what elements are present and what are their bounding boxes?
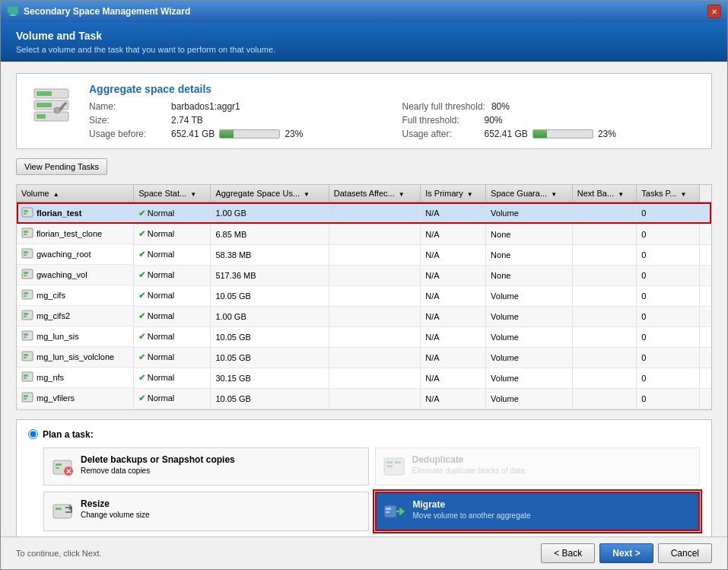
cell-3: Volume	[486, 388, 573, 409]
cell-0: 517.36 MB	[211, 265, 329, 285]
cell-4	[572, 306, 636, 326]
usage-after-bar	[532, 129, 593, 139]
cell-3: None	[486, 244, 573, 265]
volume-name: mg_vfilers	[37, 393, 75, 403]
app-icon	[7, 5, 19, 18]
task-title-resize: Resize	[81, 498, 150, 509]
status-check-icon: ✔	[138, 332, 148, 341]
cell-4	[572, 265, 636, 285]
svg-rect-18	[24, 254, 27, 256]
cell-2: N/A	[421, 368, 486, 388]
svg-rect-30	[24, 336, 27, 338]
next-button[interactable]: Next >	[599, 543, 653, 563]
page-subtitle: Select a volume and the task that you wa…	[16, 45, 712, 54]
name-row: Name: barbados1:aggr1	[89, 101, 387, 112]
cell-volume-name: mg_cifs2	[17, 306, 134, 326]
table-body: florian_test✔ Normal1.00 GBN/AVolume0flo…	[17, 202, 711, 409]
task-grid: ✕Delete backups or Snapshot copiesRemove…	[43, 447, 700, 531]
table-row[interactable]: gwaching_vol✔ Normal517.36 MBN/ANone0	[17, 265, 711, 285]
scroll-placeholder	[699, 185, 711, 202]
table-row[interactable]: mg_nfs✔ Normal30.15 GBN/AVolume0	[17, 368, 711, 388]
col-header-datasets[interactable]: Datasets Affec... ▼	[329, 185, 420, 202]
task-option-migrate[interactable]: MigrateMove volume to another aggregate	[375, 492, 701, 531]
cell-1	[329, 326, 420, 347]
plan-task-label: Plan a task:	[43, 429, 94, 440]
task-icon-delete_backups: ✕	[50, 454, 75, 479]
name-value: barbados1:aggr1	[171, 101, 240, 112]
col-header-primary[interactable]: Is Primary ▼	[421, 185, 486, 202]
svg-rect-42	[56, 467, 59, 469]
cancel-button[interactable]: Cancel	[658, 543, 712, 563]
col-header-next-ba[interactable]: Next Ba... ▼	[572, 185, 636, 202]
usage-after-row: Usage after: 652.41 GB 23%	[402, 129, 701, 139]
cell-1	[329, 265, 420, 285]
col-header-space-stat[interactable]: Space Stat... ▼	[134, 185, 211, 202]
cell-3: Volume	[486, 368, 573, 388]
size-label: Size:	[89, 115, 165, 126]
task-subtitle-resize: Change volume size	[81, 511, 150, 519]
svg-rect-12	[24, 213, 27, 215]
cell-2: N/A	[421, 265, 486, 285]
task-option-deduplicate[interactable]: DeduplicateEliminate duplicate blocks of…	[375, 447, 701, 486]
svg-text:✕: ✕	[65, 467, 72, 476]
full-threshold-label: Full threshold:	[402, 115, 478, 126]
volume-icon	[21, 350, 33, 364]
table-row[interactable]: gwaching_root✔ Normal58.38 MBN/ANone0	[17, 244, 711, 265]
volume-name: mg_cifs2	[37, 311, 70, 320]
cell-2: N/A	[421, 306, 486, 326]
volume-name: mg_lun_sis	[37, 332, 79, 341]
table-row[interactable]: florian_test_clone✔ Normal6.85 MBN/ANone…	[17, 224, 711, 244]
cell-2: N/A	[421, 347, 486, 368]
svg-rect-36	[24, 377, 27, 379]
svg-rect-17	[24, 251, 28, 253]
cell-1	[329, 306, 420, 326]
scroll-cell	[699, 388, 711, 409]
cell-status: ✔ Normal	[134, 202, 211, 224]
cell-volume-name: florian_test	[17, 203, 134, 224]
view-pending-button[interactable]: View Pending Tasks	[16, 158, 107, 175]
task-option-delete_backups[interactable]: ✕Delete backups or Snapshot copiesRemove…	[43, 447, 369, 486]
aggregate-icon	[28, 83, 74, 129]
cell-5: 0	[637, 388, 699, 409]
cell-0: 30.15 GB	[211, 368, 329, 388]
svg-rect-29	[24, 333, 28, 336]
table-row[interactable]: florian_test✔ Normal1.00 GBN/AVolume0	[17, 202, 711, 224]
col-header-tasks[interactable]: Tasks P... ▼	[637, 185, 699, 202]
plan-task-radio-input[interactable]	[28, 429, 38, 439]
usage-after-pct: 23%	[598, 129, 616, 139]
task-text-migrate: MigrateMove volume to another aggregate	[413, 499, 531, 520]
cell-status: ✔ Normal	[134, 224, 211, 244]
usage-before-value: 652.41 GB	[171, 129, 215, 139]
status-check-icon: ✔	[138, 250, 148, 259]
back-button[interactable]: < Back	[541, 543, 595, 563]
table-row[interactable]: mg_cifs✔ Normal10.05 GBN/AVolume0	[17, 285, 711, 306]
titlebar: Secondary Space Management Wizard ✕	[1, 1, 727, 22]
cell-status: ✔ Normal	[134, 285, 211, 306]
svg-rect-15	[24, 234, 27, 235]
cell-2: N/A	[421, 388, 486, 409]
table-row[interactable]: mg_cifs2✔ Normal1.00 GBN/AVolume0	[17, 306, 711, 326]
cell-4	[572, 368, 636, 388]
col-header-space-guar[interactable]: Space Guara... ▼	[486, 185, 573, 202]
table-row[interactable]: mg_lun_sis✔ Normal10.05 GBN/AVolume0	[17, 326, 711, 347]
task-title-deduplicate: Deduplicate	[412, 454, 525, 465]
table-row[interactable]: mg_vfilers✔ Normal10.05 GBN/AVolume0	[17, 388, 711, 409]
cell-volume-name: gwaching_root	[17, 244, 134, 265]
task-option-resize[interactable]: ResizeChange volume size	[43, 492, 369, 531]
scroll-cell	[699, 285, 711, 306]
col-header-agg-space[interactable]: Aggregate Space Us... ▼	[211, 185, 329, 202]
cell-status: ✔ Normal	[134, 265, 211, 285]
cell-0: 1.00 GB	[211, 306, 329, 326]
cell-volume-name: florian_test_clone	[17, 224, 134, 244]
status-check-icon: ✔	[138, 373, 148, 382]
task-subtitle-migrate: Move volume to another aggregate	[413, 511, 531, 520]
nearly-full-label: Nearly full threshold:	[402, 101, 485, 112]
table-row[interactable]: mg_lun_sis_volclone✔ Normal10.05 GBN/AVo…	[17, 347, 711, 368]
cell-4	[572, 244, 636, 265]
volume-name: gwaching_vol	[37, 270, 87, 279]
svg-rect-39	[24, 398, 27, 400]
close-button[interactable]: ✕	[707, 5, 721, 18]
col-header-volume[interactable]: Volume ▲	[17, 185, 134, 202]
svg-rect-23	[24, 292, 28, 295]
volume-icon	[21, 309, 33, 323]
